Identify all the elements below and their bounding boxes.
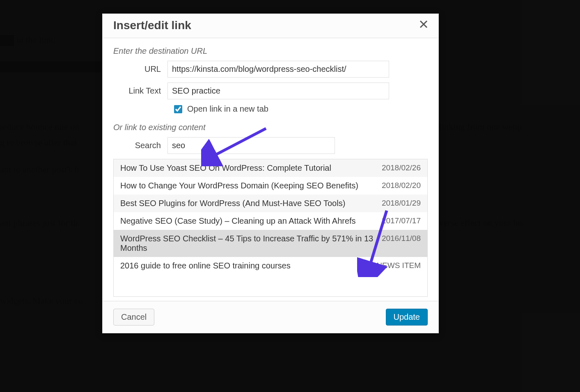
search-results-list[interactable]: How To Use Yoast SEO On WordPress: Compl…: [113, 159, 428, 297]
search-label: Search: [113, 141, 167, 150]
modal-footer: Cancel Update: [103, 301, 438, 333]
newtab-row: Open link in a new tab: [174, 104, 428, 114]
result-date: 2018/01/29: [382, 199, 421, 208]
modal-title: Insert/edit link: [113, 19, 191, 32]
result-title: Best SEO Plugins for WordPress (And Must…: [120, 199, 376, 208]
url-label: URL: [113, 64, 167, 74]
update-button[interactable]: Update: [386, 309, 428, 326]
url-row: URL: [113, 61, 428, 78]
result-date: NEWS ITEM: [376, 261, 421, 270]
result-date: 2017/07/17: [382, 216, 421, 225]
result-title: 2016 guide to free online SEO training c…: [120, 261, 371, 271]
close-button[interactable]: [420, 20, 428, 31]
linktext-label: Link Text: [113, 86, 167, 96]
url-input[interactable]: [167, 61, 389, 78]
search-result-item[interactable]: 2016 guide to free online SEO training c…: [114, 257, 427, 275]
newtab-checkbox[interactable]: [174, 105, 182, 113]
result-title: How To Use Yoast SEO On WordPress: Compl…: [120, 163, 376, 173]
result-title: WordPress SEO Checklist – 45 Tips to Inc…: [120, 234, 376, 253]
destination-url-hint: Enter the destination URL: [113, 46, 428, 56]
close-icon: [420, 20, 428, 28]
search-input[interactable]: [167, 137, 335, 154]
linktext-row: Link Text: [113, 83, 428, 99]
modal-header: Insert/edit link: [103, 14, 438, 38]
result-date: 2016/11/08: [382, 234, 421, 243]
result-title: How to Change Your WordPress Domain (Kee…: [120, 181, 376, 190]
existing-content-hint: Or link to existing content: [113, 123, 428, 132]
result-date: 2018/02/20: [382, 181, 421, 190]
insert-link-modal: Insert/edit link Enter the destination U…: [102, 14, 439, 333]
search-result-item[interactable]: How To Use Yoast SEO On WordPress: Compl…: [114, 159, 427, 177]
search-result-item[interactable]: Negative SEO (Case Study) – Cleaning up …: [114, 212, 427, 230]
cancel-button[interactable]: Cancel: [113, 309, 154, 326]
result-title: Negative SEO (Case Study) – Cleaning up …: [120, 216, 376, 226]
modal-body: Enter the destination URL URL Link Text …: [103, 38, 438, 301]
search-row: Search: [113, 137, 428, 154]
linktext-input[interactable]: [167, 83, 389, 99]
search-result-item[interactable]: How to Change Your WordPress Domain (Kee…: [114, 177, 427, 195]
newtab-label: Open link in a new tab: [187, 104, 268, 114]
search-result-item[interactable]: WordPress SEO Checklist – 45 Tips to Inc…: [114, 230, 427, 257]
result-date: 2018/02/26: [382, 163, 421, 172]
search-result-item[interactable]: Best SEO Plugins for WordPress (And Must…: [114, 195, 427, 212]
